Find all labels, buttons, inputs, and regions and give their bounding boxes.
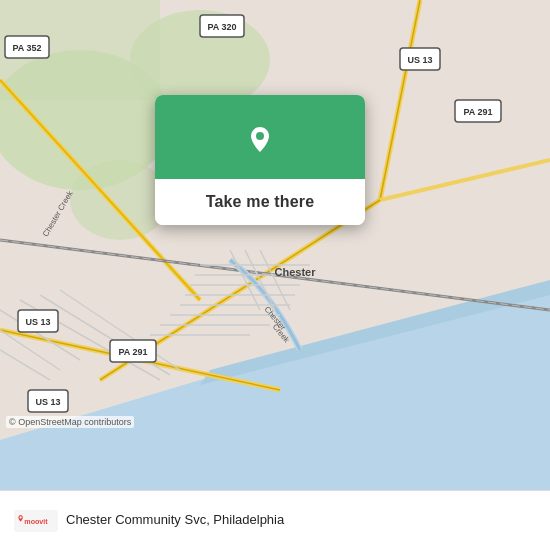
svg-text:US 13: US 13	[407, 55, 432, 65]
bottom-bar-text: Chester Community Svc, Philadelphia	[66, 512, 284, 529]
svg-text:PA 352: PA 352	[12, 43, 41, 53]
popup-card: Take me there	[155, 95, 365, 225]
location-pin-icon	[238, 117, 282, 161]
popup-green-header	[155, 95, 365, 179]
svg-text:Chester: Chester	[275, 266, 317, 278]
map-container: PA 352 PA 320 US 13 PA 291 US 13 PA 291 …	[0, 0, 550, 490]
svg-text:US 13: US 13	[25, 317, 50, 327]
svg-text:PA 291: PA 291	[118, 347, 147, 357]
svg-text:US 13: US 13	[35, 397, 60, 407]
bottom-bar: moovit Chester Community Svc, Philadelph…	[0, 490, 550, 550]
svg-text:PA 291: PA 291	[463, 107, 492, 117]
map-attribution: © OpenStreetMap contributors	[6, 416, 134, 428]
svg-text:moovit: moovit	[24, 517, 48, 525]
svg-point-54	[256, 132, 264, 140]
take-me-there-button[interactable]: Take me there	[155, 179, 365, 225]
svg-point-57	[20, 516, 22, 518]
svg-text:PA 320: PA 320	[207, 22, 236, 32]
moovit-logo: moovit	[14, 506, 58, 536]
